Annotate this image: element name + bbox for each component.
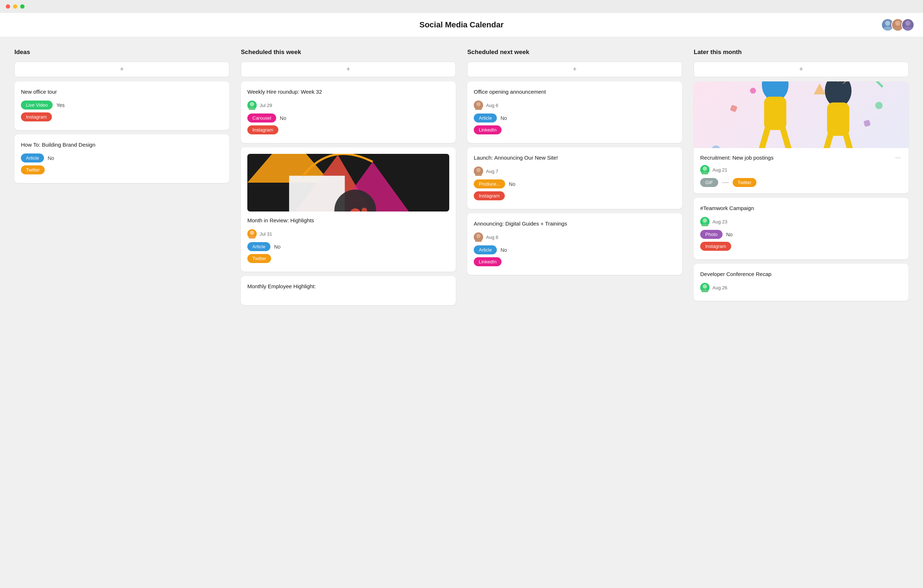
avatar-group: [881, 18, 914, 31]
dash-separator: [722, 182, 729, 183]
minimize-dot[interactable]: [13, 4, 17, 9]
plus-icon: +: [799, 66, 803, 73]
column-scheduled-next-week: Scheduled next week + Office opening ann…: [462, 49, 688, 574]
svg-point-1: [884, 26, 892, 31]
page-title: Social Media Calendar: [419, 20, 504, 29]
svg-rect-52: [730, 105, 737, 112]
svg-point-19: [475, 107, 482, 110]
svg-point-3: [893, 26, 902, 31]
tag-produce[interactable]: Produce...: [474, 179, 505, 188]
close-dot[interactable]: [6, 4, 10, 9]
card-title: Month in Review: Highlights: [247, 216, 449, 224]
boolean-no: No: [48, 155, 54, 161]
tag-linkedin[interactable]: LinkedIn: [474, 125, 501, 134]
tag-article[interactable]: Article: [474, 113, 497, 123]
card-tag-row: Article No: [474, 113, 676, 123]
svg-point-7: [249, 107, 255, 110]
add-card-button-later[interactable]: +: [694, 62, 908, 77]
column-scheduled-this-week: Scheduled this week + Weekly Hire roundu…: [235, 49, 462, 574]
boolean-no: No: [501, 115, 507, 121]
boolean-yes: Yes: [56, 102, 64, 108]
tag-instagram[interactable]: Instagram: [21, 112, 52, 121]
tag-twitter[interactable]: Twitter: [732, 178, 756, 187]
tag-article[interactable]: Article: [21, 154, 44, 162]
avatar-small: [700, 165, 709, 174]
tag-article[interactable]: Article: [474, 246, 497, 254]
card-tags: Instagram: [474, 191, 676, 200]
card-tag-row: Article No: [21, 154, 223, 162]
column-ideas: Ideas + New office tour Live Video Yes I…: [9, 49, 235, 574]
card-title: Announcing: Digital Guides + Trainings: [474, 220, 676, 227]
card-tag-row: GIF Twitter: [700, 178, 902, 187]
tag-instagram[interactable]: Instagram: [474, 191, 505, 200]
maximize-dot[interactable]: [20, 4, 25, 9]
tag-twitter[interactable]: Twitter: [247, 254, 271, 263]
card-tag-row: Carousel No: [247, 113, 449, 123]
card-date: Aug 21: [713, 167, 727, 173]
card-monthly-employee: Monthly Employee Highlight:: [241, 276, 456, 305]
card-tag-row: Article No: [247, 242, 449, 251]
card-date: Aug 23: [713, 219, 727, 224]
svg-line-50: [823, 134, 831, 148]
svg-rect-53: [864, 120, 871, 127]
card-meta: Aug 7: [474, 167, 676, 176]
tag-linkedin[interactable]: LinkedIn: [474, 257, 501, 266]
more-options-button[interactable]: ···: [894, 154, 902, 161]
svg-point-59: [703, 284, 707, 288]
svg-point-18: [476, 102, 481, 106]
tag-twitter[interactable]: Twitter: [21, 165, 45, 174]
card-title-row: Recruitment: New job postings ···: [700, 154, 902, 165]
plus-icon: +: [573, 66, 577, 73]
card-date: Aug 8: [486, 234, 498, 240]
boolean-no: No: [726, 232, 732, 237]
app-header: Social Media Calendar: [0, 13, 923, 37]
avatar-small: [474, 233, 483, 242]
add-card-button-next-week[interactable]: +: [467, 62, 682, 77]
svg-point-27: [875, 102, 883, 110]
svg-point-22: [476, 234, 481, 238]
svg-point-23: [475, 239, 482, 242]
svg-point-5: [903, 26, 912, 31]
tag-live-video[interactable]: Live Video: [21, 100, 53, 110]
card-weekly-hire: Weekly Hire roundup: Week 32 Jul 29 Caro…: [241, 82, 456, 143]
add-card-button-ideas[interactable]: +: [15, 62, 229, 77]
svg-point-2: [895, 21, 900, 26]
svg-point-56: [701, 172, 708, 174]
svg-point-58: [701, 223, 708, 226]
card-meta: Aug 8: [474, 233, 676, 242]
svg-point-60: [701, 289, 708, 292]
card-date: Aug 6: [486, 103, 498, 108]
tag-carousel[interactable]: Carousel: [247, 113, 276, 123]
column-title-scheduled-week: Scheduled this week: [241, 49, 456, 56]
add-card-button-week[interactable]: +: [241, 62, 456, 77]
card-title: Weekly Hire roundup: Week 32: [247, 88, 449, 95]
card-office-opening: Office opening announcement Aug 6 Articl…: [467, 82, 682, 143]
card-meta: Jul 31: [247, 229, 449, 239]
plus-icon: +: [347, 66, 350, 73]
tag-photo[interactable]: Photo: [700, 230, 723, 239]
avatar-small: [247, 100, 257, 110]
avatar-small: [474, 167, 483, 176]
card-meta: Aug 21: [700, 165, 902, 174]
card-date: Jul 29: [259, 103, 272, 108]
svg-point-20: [476, 168, 481, 172]
card-image-art1: [247, 154, 449, 211]
svg-point-55: [703, 167, 707, 171]
tag-article[interactable]: Article: [247, 242, 270, 251]
card-launch-new-site: Launch: Announcing Our New Site! Aug 7 P…: [467, 147, 682, 209]
card-teamwork: #Teamwork Campaign Aug 23 Photo No Insta…: [694, 198, 908, 259]
card-title: Recruitment: New job postings: [700, 154, 774, 161]
avatar[interactable]: [902, 18, 914, 31]
svg-line-44: [783, 128, 790, 148]
svg-point-29: [711, 146, 720, 148]
card-title: Launch: Announcing Our New Site!: [474, 154, 676, 161]
tag-gif[interactable]: GIF: [700, 178, 718, 187]
card-meta: Aug 23: [700, 217, 902, 226]
svg-point-25: [750, 88, 756, 93]
tag-instagram[interactable]: Instagram: [700, 242, 731, 251]
boolean-no: No: [274, 244, 281, 250]
tag-instagram[interactable]: Instagram: [247, 125, 278, 134]
card-building-brand: How To: Building Brand Design Article No…: [15, 134, 229, 183]
card-meta: Aug 26: [700, 283, 902, 292]
svg-line-51: [846, 134, 853, 148]
